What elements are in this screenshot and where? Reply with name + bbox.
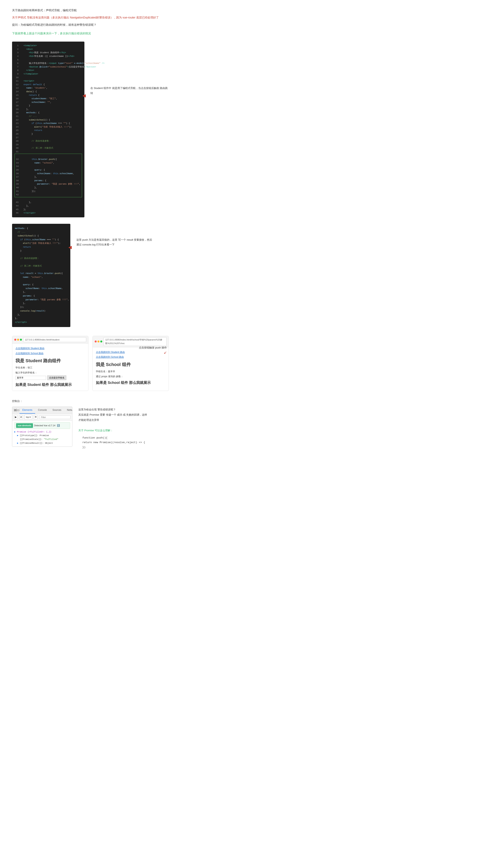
intro-line1: 关于路由跳转有两种形式：声明式导航，编程式导航 [12,8,169,13]
devtools-left: 控制台： Elements Console Sources Network ▶ … [12,399,72,450]
two-browsers-container: 127.0.0.1:8080/index.html#/student 点击我跳转… [12,334,169,393]
eye-icon[interactable]: 👁 [34,415,37,419]
intro-line3: 提问：为啥编程式导航进行路由跳转的时候，就有这种警告错误呢？ [12,23,169,27]
console-item-1: ▶ [[Prototype]]: Promise [14,434,70,438]
left-browser: 127.0.0.1:8080/index.html#/student 点击我跳转… [12,336,88,391]
code-section-1: 1 <template> 2 <div> 3 <h1>我是 Student 路由… [12,42,169,217]
browser-section: 点击按钮触发 push 操作 ↙ 127.0.0.1:8080/index.ht… [12,334,169,393]
svg-rect-0 [14,409,15,410]
tab-network[interactable]: Network [64,407,72,414]
right-link-1[interactable]: 点击我跳转到 Student 路由 [96,350,166,354]
browser-arrow-icon: ↙ [164,349,167,356]
browser-dots-right [95,340,102,343]
left-submit-btn[interactable]: 点击提交学校名 [47,375,66,380]
expand-promiseresult[interactable]: ▶ [17,442,19,444]
promise-line1: function push(){ [82,436,169,440]
vue-detected-text: Detected Vue v2.7.14 [34,424,55,427]
vue-devtools-row: vue-devtools Detected Vue v2.7.14 ℹ️ [14,422,70,429]
annotation-text-1: 在 Student 组件中 就是用了编程式导航，当点击按钮后触发 路由跳转 [90,86,169,96]
info-icon: ℹ️ [57,424,60,427]
svg-rect-2 [14,410,15,411]
devtools-toolbar: ▶ ⊘ top ▾ 👁 [12,414,72,421]
svg-rect-3 [15,410,16,411]
svg-rect-1 [15,409,16,410]
right-browser-footer: 如果是 School 组件 那么我就展示 [96,380,166,386]
right-browser-title: 我是 School 组件 [96,361,166,368]
tab-sources[interactable]: Sources [50,407,64,414]
left-browser-title: 我是 Student 路由组件 [15,357,85,364]
console-clear-icon[interactable] [17,408,20,413]
arrow-icon: ◀ [82,92,86,99]
right-browser-url: 127.0.0.1:8080/index.html#/school/学校%20p… [103,337,167,346]
toolbar-play-icon[interactable]: ▶ [14,415,18,419]
code-editor-1: 1 <template> 2 <div> 3 <h1>我是 Student 路由… [12,42,84,217]
left-label-2: 输入学生的学校名： [15,371,85,375]
devtools-label: 控制台： [12,399,72,403]
annotation-line3: 才能处理这次异常 [78,417,169,423]
dot-green [20,339,22,341]
devtools-panel: Elements Console Sources Network ▶ ⊘ top… [12,407,72,447]
dot-red-r [95,340,96,343]
dot-yellow [17,339,19,341]
code-editor-2: methods: { // ... submitSchool() { if (t… [12,224,70,327]
dot-green-r [100,340,102,343]
vue-badge: vue-devtools [16,423,33,428]
left-school-input[interactable] [15,376,46,380]
devtools-body: vue-devtools Detected Vue v2.7.14 ℹ️ ▶ P… [12,421,72,447]
left-input-row: 点击提交学校名 [15,375,85,380]
left-link-1[interactable]: 点击我跳转到 Student 路由 [15,346,85,350]
promise-line2: return new Promise((resolve,reject) => { [82,440,169,445]
arrow-icon-2: ◀ [68,243,72,251]
tab-elements[interactable]: Elements [20,407,35,414]
expand-prototype[interactable]: ▶ [17,434,19,437]
browser-dots-left [14,339,22,341]
code-annotation-2: ◀ 这里 push 方法是有返回值的，这里 写一个 result 变量接收，然后… [76,221,169,247]
expand-promise[interactable]: ▶ [14,431,16,433]
console-item-0: ▶ Promise {<fulfilled>: {…}} [14,430,70,434]
annotation-line1: 这里为啥会出现 警告或错误呢？ [78,407,169,412]
annotation-line2: 其实就是 Promise 需要 传递一个 成功 或 失败的回调，这样 [78,412,169,417]
promise-code-block: function push(){ return new Promise((res… [78,436,169,450]
code-section-2: methods: { // ... submitSchool() { if (t… [12,221,169,329]
filter-input[interactable] [39,415,70,419]
toolbar-pause-icon[interactable]: ⊘ [19,415,23,419]
chevron-down-icon: ▾ [30,415,31,419]
left-browser-footer: 如果是 Student 组件 那么我就展示 [15,382,85,388]
right-label-2: 通过 props 拿到的 参数： [96,374,166,379]
inspect-icon[interactable] [14,408,17,413]
devtools-section: 控制台： Elements Console Sources Network ▶ … [12,399,169,450]
annotation-text-2: 这里 push 方法是有返回值的，这里 写一个 result 变量接收，然后 通… [76,238,169,247]
console-tree: ▶ Promise {<fulfilled>: {…}} ▶ [[Prototy… [14,430,70,445]
right-browser-body: 点击我跳转到 Student 路由 点击我跳转到 School 路由 我是 Sc… [93,347,169,389]
devtools-right: 这里为啥会出现 警告或错误呢？ 其实就是 Promise 需要 传递一个 成功 … [78,399,169,450]
code-annotation-1: ◀ 在 Student 组件中 就是用了编程式导航，当点击按钮后触发 路由跳转 [90,42,169,96]
left-browser-bar: 127.0.0.1:8080/index.html#/student [12,336,88,344]
left-label-1: 学生名称：张三 [15,366,85,370]
console-item-2: [[PromiseState]]: "fulfilled" [14,438,70,441]
tab-console[interactable]: Console [35,407,50,414]
top-label: top [26,415,29,419]
console-item-3: ▶ [[PromiseResult]]: Object [14,441,70,445]
promise-line3: }) [82,445,169,450]
browser-annotation: 点击按钮触发 push 操作 [139,346,167,350]
dot-yellow-r [98,340,100,343]
top-select[interactable]: top ▾ [24,415,32,420]
intro-section: 关于路由跳转有两种形式：声明式导航，编程式导航 关于声明式 导航没有这类问题（多… [12,8,169,36]
right-link-2[interactable]: 点击我跳转到 School 路由 [96,355,166,359]
devtools-topbar: Elements Console Sources Network [12,407,72,414]
right-browser: 127.0.0.1:8080/index.html#/school/学校%20p… [92,336,169,391]
dot-red [14,339,16,341]
intro-line2: 关于声明式 导航没有这类问题（多次执行抛出 NavigationDuplicat… [12,15,169,20]
annotation-line4: 关于 Promise 可以这么理解： [78,428,169,433]
intro-line4: 下面就带着上面这个问题来演示一下，多次执行抛出错误的情况 [12,31,169,36]
left-link-2[interactable]: 点击我跳转到 School 路由 [15,351,85,355]
left-browser-body: 点击我跳转到 Student 路由 点击我跳转到 School 路由 我是 St… [12,344,88,391]
right-annotation: 这里为啥会出现 警告或错误呢？ 其实就是 Promise 需要 传递一个 成功 … [78,407,169,450]
right-label-1: 学校生名：嘉羊羊 [96,369,166,373]
left-browser-url: 127.0.0.1:8080/index.html#/student [23,337,86,342]
